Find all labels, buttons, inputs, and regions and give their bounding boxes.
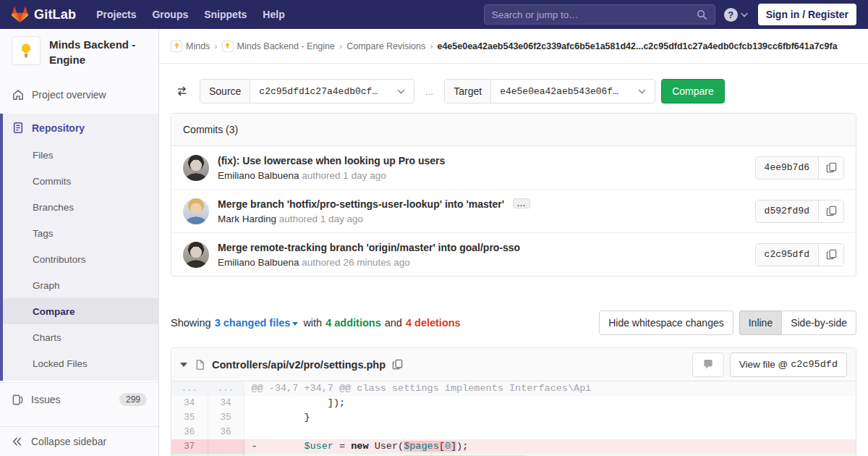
commit-sha-group: c2c95dfd bbox=[755, 243, 844, 266]
target-label: Target bbox=[445, 80, 491, 103]
question-icon: ? bbox=[724, 8, 738, 22]
compare-button[interactable]: Compare bbox=[661, 79, 725, 104]
avatar bbox=[183, 155, 209, 181]
new-line-number[interactable]: 35 bbox=[208, 410, 244, 425]
breadcrumb-item[interactable]: Compare Revisions bbox=[346, 41, 425, 51]
project-head[interactable]: Minds Backend - Engine bbox=[0, 29, 158, 75]
sidebar-item-charts[interactable]: Charts bbox=[3, 324, 158, 350]
collapse-sidebar-button[interactable]: Collapse sidebar bbox=[0, 426, 158, 456]
breadcrumb-separator: › bbox=[214, 41, 217, 51]
diff-header-actions: View file @c2c95dfd bbox=[692, 352, 847, 377]
summary-text: with bbox=[303, 317, 322, 329]
old-line-number[interactable]: 37 bbox=[171, 439, 208, 454]
sidebar-item-commits[interactable]: Commits bbox=[3, 168, 158, 194]
project-name: Minds Backend - Engine bbox=[49, 36, 148, 67]
target-group: Target e4e5e0ea42aeb543e06f… bbox=[444, 79, 655, 104]
commit-title[interactable]: Merge remote-tracking branch 'origin/mas… bbox=[218, 241, 755, 255]
commit-sha[interactable]: c2c95dfd bbox=[756, 244, 819, 266]
commits-card-title: Commits (3) bbox=[171, 114, 856, 146]
old-line-number[interactable]: ... bbox=[171, 381, 208, 396]
doc-text-icon bbox=[12, 122, 25, 134]
nav-item-help[interactable]: Help bbox=[263, 9, 284, 20]
inline-view-button[interactable]: Inline bbox=[739, 311, 781, 335]
project-avatar bbox=[12, 36, 41, 65]
commit-title[interactable]: Merge branch 'hotfix/pro-settings-user-l… bbox=[218, 198, 755, 211]
commit-author[interactable]: Emiliano Balbuena bbox=[218, 257, 299, 268]
commit-meta: Emiliano Balbuena authored 26 minutes ag… bbox=[218, 257, 755, 268]
chevron-down-icon bbox=[638, 89, 646, 94]
collapse-diff-caret-icon[interactable] bbox=[180, 363, 187, 367]
commits-card: Commits (3) (fix): Use lowercase when lo… bbox=[171, 113, 856, 276]
nav-item-groups[interactable]: Groups bbox=[152, 9, 188, 20]
copy-sha-button[interactable] bbox=[819, 157, 843, 179]
copy-icon[interactable] bbox=[392, 359, 403, 370]
diff-file-card: Controllers/api/v2/pro/settings.php View… bbox=[171, 347, 856, 456]
top-navbar: GitLab ProjectsGroupsSnippetsHelp Search… bbox=[0, 0, 868, 29]
commit-title[interactable]: (fix): Use lowercase when looking up Pro… bbox=[218, 154, 755, 168]
issues-icon bbox=[12, 394, 24, 406]
old-line-number[interactable]: 34 bbox=[171, 396, 208, 410]
sidebar-item-issues[interactable]: Issues 299 bbox=[0, 382, 158, 416]
swap-revisions-button[interactable] bbox=[171, 79, 192, 104]
new-line-number[interactable] bbox=[208, 439, 244, 454]
diff-row: 3434 ]); bbox=[171, 396, 856, 410]
diff-row: 3636 bbox=[171, 425, 856, 439]
side-by-side-view-button[interactable]: Side-by-side bbox=[781, 311, 856, 335]
commit-sha-group: 4ee9b7d6 bbox=[755, 156, 844, 180]
gitlab-wordmark: GitLab bbox=[34, 7, 76, 22]
commit-sha[interactable]: d592fd9d bbox=[756, 200, 819, 222]
target-value: e4e5e0ea42aeb543e06f… bbox=[500, 86, 618, 97]
sidebar-item-graph[interactable]: Graph bbox=[3, 272, 158, 298]
sidebar-item-locked-files[interactable]: Locked Files bbox=[3, 350, 158, 376]
commit-row: Merge remote-tracking branch 'origin/mas… bbox=[171, 233, 856, 276]
nav-item-snippets[interactable]: Snippets bbox=[204, 9, 247, 20]
nav-item-projects[interactable]: Projects bbox=[96, 9, 136, 20]
copy-icon bbox=[826, 249, 837, 260]
breadcrumb: Minds›Minds Backend - Engine›Compare Rev… bbox=[159, 29, 868, 64]
sidebar-item-repository[interactable]: Repository bbox=[3, 114, 158, 142]
diff-summary: Showing 3 changed files with 4 additions… bbox=[171, 311, 856, 335]
sidebar: Minds Backend - Engine Project overview … bbox=[0, 29, 159, 456]
toggle-comments-button[interactable] bbox=[692, 352, 724, 377]
diff-row: 3535 } bbox=[171, 410, 856, 425]
sidebar-item-project-overview[interactable]: Project overview bbox=[0, 82, 158, 108]
sidebar-item-compare[interactable]: Compare bbox=[3, 298, 158, 324]
breadcrumb-item[interactable]: Minds Backend - Engine bbox=[222, 41, 336, 52]
new-line-number[interactable]: ... bbox=[208, 381, 244, 396]
old-line-number[interactable]: 36 bbox=[171, 425, 208, 439]
sign-in-button[interactable]: Sign in / Register bbox=[758, 4, 856, 25]
diff-file-header: Controllers/api/v2/pro/settings.php View… bbox=[171, 348, 856, 381]
commit-expander-button[interactable]: ... bbox=[513, 198, 530, 208]
changed-files-dropdown[interactable]: 3 changed files bbox=[215, 317, 300, 329]
new-line-number[interactable]: 36 bbox=[208, 425, 244, 439]
commit-author[interactable]: Emiliano Balbuena bbox=[218, 170, 299, 181]
diff-file-path[interactable]: Controllers/api/v2/pro/settings.php bbox=[212, 359, 386, 371]
search-input[interactable]: Search or jump to… bbox=[484, 4, 715, 25]
repository-sub-list: FilesCommitsBranchesTagsContributorsGrap… bbox=[3, 142, 158, 381]
issues-count-badge: 299 bbox=[119, 393, 147, 406]
commit-author[interactable]: Mark Harding bbox=[218, 214, 276, 224]
sidebar-item-label: Repository bbox=[32, 122, 85, 134]
sidebar-item-contributors[interactable]: Contributors bbox=[3, 246, 158, 272]
sidebar-item-tags[interactable]: Tags bbox=[3, 220, 158, 246]
source-branch-dropdown[interactable]: c2c95dfd1c27a4edb0cf… bbox=[250, 80, 414, 103]
collapse-sidebar-label: Collapse sidebar bbox=[31, 436, 106, 447]
copy-sha-button[interactable] bbox=[819, 244, 843, 266]
copy-sha-button[interactable] bbox=[819, 200, 843, 222]
commit-sha[interactable]: 4ee9b7d6 bbox=[756, 157, 819, 179]
breadcrumb-avatar bbox=[171, 41, 182, 52]
view-file-button[interactable]: View file @c2c95dfd bbox=[730, 352, 847, 377]
gitlab-logo[interactable]: GitLab bbox=[12, 7, 76, 23]
diff-line-content bbox=[244, 425, 856, 439]
additions-count: 4 additions bbox=[326, 317, 381, 329]
sidebar-item-branches[interactable]: Branches bbox=[3, 194, 158, 220]
new-line-number[interactable]: 34 bbox=[208, 396, 244, 410]
target-branch-dropdown[interactable]: e4e5e0ea42aeb543e06f… bbox=[491, 80, 655, 103]
range-dots: ... bbox=[425, 86, 433, 97]
breadcrumb-item[interactable]: Minds bbox=[171, 41, 210, 52]
sidebar-item-files[interactable]: Files bbox=[3, 142, 158, 168]
view-file-label: View file @ bbox=[739, 359, 788, 370]
hide-whitespace-button[interactable]: Hide whitespace changes bbox=[599, 311, 733, 335]
help-dropdown[interactable]: ? bbox=[724, 8, 748, 22]
old-line-number[interactable]: 35 bbox=[171, 410, 208, 425]
